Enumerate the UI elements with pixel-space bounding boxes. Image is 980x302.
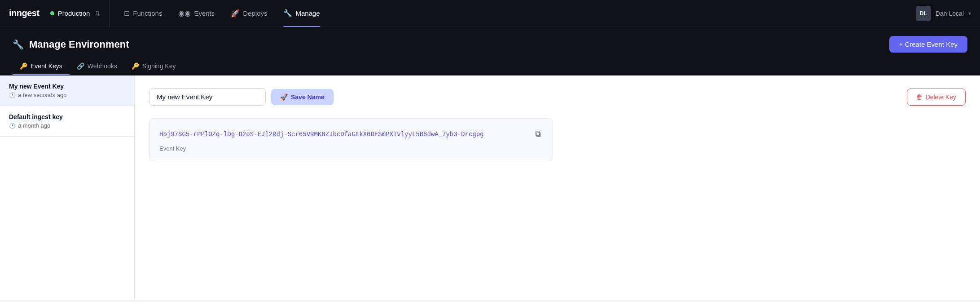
event-key-name-input[interactable] bbox=[149, 88, 266, 106]
copy-icon: ⧉ bbox=[535, 129, 541, 138]
tab-event-keys[interactable]: 🔑 Event Keys bbox=[13, 58, 70, 75]
copy-key-button[interactable]: ⧉ bbox=[533, 128, 543, 141]
create-event-key-button[interactable]: + Create Event Key bbox=[889, 36, 968, 53]
top-nav: inngest Production ⇅ ⊡ Functions ◉◉ Even… bbox=[0, 0, 980, 27]
event-key-value: Hpj97SG5-rPPlOZq-lDg-D2oS-EJl2Rdj-Scr65V… bbox=[159, 131, 528, 138]
delete-btn-label: Delete Key bbox=[926, 93, 956, 101]
sidebar-item-default-ingest-key[interactable]: Default ingest key 🕐 a month ago bbox=[0, 106, 134, 137]
logo: inngest bbox=[9, 8, 40, 18]
detail-pane: 🚀 Save Name 🗑 Delete Key Hpj97SG5-rPPlOZ… bbox=[135, 76, 980, 300]
save-btn-label: Save Name bbox=[291, 93, 325, 101]
signing-key-icon: 🔑 bbox=[132, 62, 139, 70]
name-row: 🚀 Save Name 🗑 Delete Key bbox=[149, 88, 966, 106]
event-keys-icon: 🔑 bbox=[20, 62, 27, 70]
functions-icon: ⊡ bbox=[124, 9, 130, 18]
nav-label-manage: Manage bbox=[295, 9, 320, 17]
key-value-row: Hpj97SG5-rPPlOZq-lDg-D2oS-EJl2Rdj-Scr65V… bbox=[159, 128, 543, 141]
sidebar-item-time-1: 🕐 a month ago bbox=[9, 122, 125, 129]
nav-link-deploys[interactable]: 🚀 Deploys bbox=[224, 0, 274, 27]
webhooks-icon: 🔗 bbox=[77, 62, 84, 70]
avatar: DL bbox=[916, 6, 931, 21]
chevron-down-icon: ▾ bbox=[968, 10, 971, 17]
manage-icon: 🔧 bbox=[283, 9, 292, 18]
sidebar: My new Event Key 🕐 a few seconds ago Def… bbox=[0, 76, 135, 300]
save-name-button[interactable]: 🚀 Save Name bbox=[271, 89, 334, 105]
events-icon: ◉◉ bbox=[178, 9, 191, 18]
nav-label-functions: Functions bbox=[133, 9, 162, 17]
deploys-icon: 🚀 bbox=[231, 9, 240, 18]
sub-tabs: 🔑 Event Keys 🔗 Webhooks 🔑 Signing Key bbox=[13, 58, 967, 75]
user-name: Dan Local bbox=[936, 10, 964, 17]
tab-webhooks-label: Webhooks bbox=[88, 62, 117, 70]
nav-label-deploys: Deploys bbox=[243, 9, 267, 17]
sidebar-item-name-1: Default ingest key bbox=[9, 113, 125, 120]
user-menu[interactable]: DL Dan Local ▾ bbox=[916, 6, 971, 21]
env-status-dot bbox=[50, 11, 54, 15]
nav-link-events[interactable]: ◉◉ Events bbox=[171, 0, 222, 27]
environment-selector[interactable]: Production ⇅ bbox=[50, 0, 110, 27]
nav-label-events: Events bbox=[194, 9, 215, 17]
clock-icon-0: 🕐 bbox=[9, 92, 16, 98]
sidebar-item-time-0: 🕐 a few seconds ago bbox=[9, 92, 125, 98]
page-title-container: 🔧 Manage Environment bbox=[13, 39, 129, 50]
nav-link-functions[interactable]: ⊡ Functions bbox=[117, 0, 169, 27]
page-header: 🔧 Manage Environment + Create Event Key … bbox=[0, 27, 980, 76]
tab-webhooks[interactable]: 🔗 Webhooks bbox=[70, 58, 124, 75]
page-title-icon: 🔧 bbox=[13, 39, 24, 50]
delete-key-button[interactable]: 🗑 Delete Key bbox=[907, 89, 966, 106]
main-content: My new Event Key 🕐 a few seconds ago Def… bbox=[0, 76, 980, 300]
save-btn-icon: 🚀 bbox=[280, 93, 288, 101]
delete-btn-icon: 🗑 bbox=[916, 93, 923, 101]
tab-signing-key[interactable]: 🔑 Signing Key bbox=[124, 58, 183, 75]
sidebar-item-my-new-event-key[interactable]: My new Event Key 🕐 a few seconds ago bbox=[0, 76, 134, 106]
env-name: Production bbox=[58, 9, 90, 17]
sidebar-item-name-0: My new Event Key bbox=[9, 83, 125, 90]
clock-icon-1: 🕐 bbox=[9, 123, 16, 129]
chevron-up-down-icon: ⇅ bbox=[95, 10, 100, 17]
nav-links: ⊡ Functions ◉◉ Events 🚀 Deploys 🔧 Manage bbox=[117, 0, 916, 27]
key-box: Hpj97SG5-rPPlOZq-lDg-D2oS-EJl2Rdj-Scr65V… bbox=[149, 118, 553, 161]
key-label: Event Key bbox=[159, 145, 543, 152]
tab-signing-key-label: Signing Key bbox=[142, 62, 176, 70]
page-title: Manage Environment bbox=[29, 39, 129, 50]
create-btn-label: + Create Event Key bbox=[899, 40, 958, 48]
nav-link-manage[interactable]: 🔧 Manage bbox=[276, 0, 327, 27]
tab-event-keys-label: Event Keys bbox=[31, 62, 62, 70]
